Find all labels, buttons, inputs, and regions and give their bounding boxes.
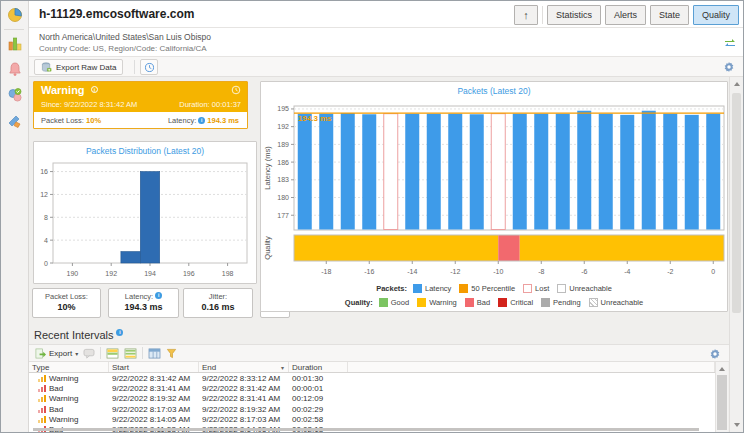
table-cell: 9/22/2022 8:31:41 AM bbox=[199, 394, 289, 403]
bad-swatch bbox=[465, 298, 474, 307]
svg-text:198: 198 bbox=[222, 270, 234, 277]
good-swatch bbox=[379, 298, 388, 307]
status-latency: Latency:i194.3 ms bbox=[168, 116, 239, 125]
filter-funnel-icon[interactable] bbox=[166, 348, 177, 359]
legend-item: Pending bbox=[541, 298, 581, 307]
collapse-up-button[interactable]: ↑ bbox=[514, 5, 538, 25]
table-cell: 00:12:09 bbox=[289, 394, 348, 403]
status-card-body: Packet Loss: 10% Latency:i194.3 ms bbox=[34, 112, 247, 128]
alerts-bell-icon[interactable] bbox=[7, 61, 23, 77]
legend-item-label: 50 Percentile bbox=[471, 284, 515, 293]
toolbar-separator bbox=[142, 347, 143, 359]
legend-item: Unreachable bbox=[557, 284, 612, 293]
table-cell: 9/22/2022 8:14:05 AM bbox=[109, 415, 199, 424]
table-cell: 9/22/2022 8:17:03 AM bbox=[109, 405, 199, 414]
stat-label: Jitter: bbox=[209, 292, 227, 301]
svg-text:190: 190 bbox=[67, 270, 79, 277]
swap-arrows-icon[interactable] bbox=[724, 37, 736, 49]
database-icon bbox=[41, 62, 52, 73]
status-info-icon[interactable]: i bbox=[91, 86, 98, 93]
svg-text:-4: -4 bbox=[624, 268, 630, 275]
svg-text:-10: -10 bbox=[493, 268, 503, 275]
legend-item: Critical bbox=[498, 298, 533, 307]
critical-swatch bbox=[498, 298, 507, 307]
latency-stat-info-icon[interactable]: i bbox=[155, 292, 162, 299]
column-chooser-icon[interactable] bbox=[148, 348, 161, 359]
stat-box-latency: Latency:i 194.3 ms bbox=[108, 288, 179, 318]
export-raw-data-button[interactable]: Export Raw Data bbox=[34, 59, 123, 75]
state-icon[interactable] bbox=[7, 87, 23, 103]
row-view-icon[interactable] bbox=[106, 348, 119, 359]
interval-type-label: Bad bbox=[49, 405, 63, 414]
status-clock-icon[interactable] bbox=[231, 85, 241, 95]
intervals-export-button[interactable]: Export ▾ bbox=[35, 348, 78, 359]
recent-intervals-info-icon[interactable]: i bbox=[116, 329, 123, 336]
packets-legend: Packets: Latency50 PercentileLostUnreach… bbox=[261, 284, 727, 293]
interval-type-label: Warning bbox=[49, 374, 79, 383]
svg-text:Quality: Quality bbox=[263, 236, 272, 260]
toolbar-separator bbox=[134, 60, 135, 74]
grid-view-icon[interactable] bbox=[124, 348, 137, 359]
tab-statistics[interactable]: Statistics bbox=[547, 5, 601, 25]
page-title: h-11129.emcosoftware.com bbox=[39, 7, 194, 21]
svg-text:0: 0 bbox=[711, 268, 715, 275]
packets-legend-label: Packets: bbox=[376, 284, 407, 293]
customize-brush-icon[interactable] bbox=[7, 113, 23, 129]
table-scrollbar[interactable] bbox=[715, 362, 728, 432]
table-row[interactable]: Warning9/22/2022 8:31:42 AM9/22/2022 8:3… bbox=[29, 373, 715, 383]
table-row[interactable]: Bad9/22/2022 8:17:03 AM9/22/2022 8:19:32… bbox=[29, 404, 715, 414]
scroll-up-icon[interactable] bbox=[734, 82, 740, 86]
comment-icon[interactable] bbox=[83, 348, 95, 359]
application-window: h-11129.emcosoftware.com ↑ Statistics Al… bbox=[0, 0, 744, 433]
column-header-filler bbox=[348, 362, 715, 372]
svg-text:189: 189 bbox=[277, 141, 289, 148]
legend-item: Bad bbox=[465, 298, 490, 307]
legend-item: Latency bbox=[413, 284, 451, 293]
stat-value: 194.3 ms bbox=[109, 302, 178, 312]
scroll-thumb[interactable] bbox=[732, 93, 741, 313]
tab-state[interactable]: State bbox=[650, 5, 689, 25]
stat-label: Latency: bbox=[125, 292, 153, 301]
settings-gear-icon[interactable] bbox=[723, 61, 735, 73]
bar-chart-icon[interactable] bbox=[7, 36, 23, 52]
intervals-export-label: Export bbox=[49, 349, 72, 358]
view-buttons: ↑ Statistics Alerts State Quality bbox=[514, 5, 739, 25]
table-cell: 00:02:58 bbox=[289, 415, 348, 424]
tab-quality[interactable]: Quality bbox=[693, 5, 739, 25]
legend-item-label: Latency bbox=[425, 284, 451, 293]
svg-text:-14: -14 bbox=[407, 268, 417, 275]
latency-swatch bbox=[413, 284, 422, 293]
svg-text:-12: -12 bbox=[450, 268, 460, 275]
column-header-duration[interactable]: Duration bbox=[289, 362, 348, 372]
table-cell: Warning bbox=[29, 415, 109, 424]
legend-item: Warning bbox=[417, 298, 457, 307]
title-bar: h-11129.emcosoftware.com ↑ Statistics Al… bbox=[29, 1, 743, 28]
intervals-settings-gear-icon[interactable] bbox=[709, 348, 721, 360]
svg-text:196: 196 bbox=[183, 270, 195, 277]
status-state-label: Warning bbox=[41, 84, 85, 96]
table-cell: Warning bbox=[29, 374, 109, 383]
latency-info-icon[interactable]: i bbox=[198, 117, 205, 124]
table-scroll-up-icon[interactable] bbox=[719, 367, 725, 371]
column-header-start[interactable]: Start bbox=[109, 362, 199, 372]
interval-type-label: Bad bbox=[49, 384, 63, 393]
column-header-end[interactable]: End▾ bbox=[199, 362, 289, 372]
quality-content: Warning i Since: 9/22/2022 8:31:42 AM Du… bbox=[29, 77, 729, 432]
table-row[interactable]: Warning9/22/2022 8:14:05 AM9/22/2022 8:1… bbox=[29, 414, 715, 424]
packets-panel: Packets (Latest 20) 17718018318618919219… bbox=[260, 81, 728, 312]
table-scroll-thumb[interactable] bbox=[717, 375, 727, 430]
svg-text:183: 183 bbox=[277, 176, 289, 183]
svg-text:194: 194 bbox=[144, 270, 156, 277]
scroll-down-icon[interactable] bbox=[734, 423, 740, 427]
distribution-chart: 0481216190192194196198 bbox=[34, 158, 258, 288]
column-header-type[interactable]: Type bbox=[29, 362, 109, 372]
history-button[interactable] bbox=[140, 59, 158, 75]
tab-alerts[interactable]: Alerts bbox=[605, 5, 646, 25]
table-cell: 00:00:01 bbox=[289, 384, 348, 393]
svg-text:180: 180 bbox=[277, 194, 289, 201]
table-row[interactable]: Bad9/22/2022 8:31:41 AM9/22/2022 8:31:42… bbox=[29, 383, 715, 393]
table-row[interactable]: Warning9/22/2022 8:19:32 AM9/22/2022 8:3… bbox=[29, 394, 715, 404]
pie-chart-icon[interactable] bbox=[7, 7, 23, 23]
legend-item-label: Warning bbox=[429, 298, 457, 307]
main-scrollbar[interactable] bbox=[729, 77, 743, 432]
